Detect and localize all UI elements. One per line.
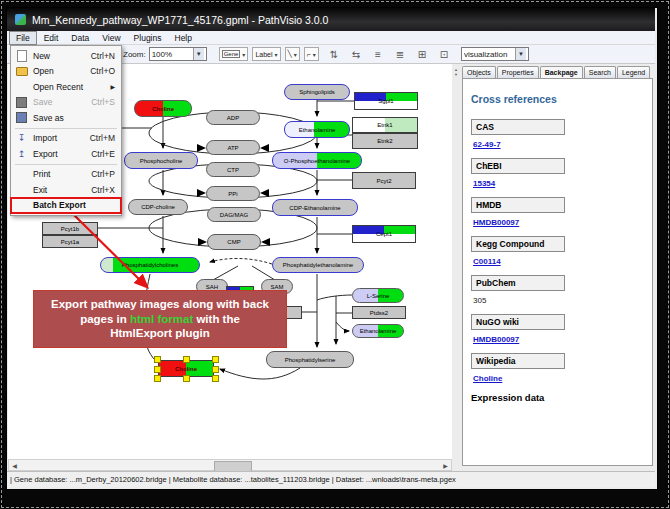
chevron-down-icon[interactable]: ▼ [193,48,204,60]
status-text: | Gene database: ...m_Derby_20120602.bri… [10,475,456,484]
file-menu-exit[interactable]: Exit Ctrl+X [11,182,121,198]
visualization-combobox[interactable]: visualization ▼ [461,47,529,61]
selection-handle[interactable] [154,375,161,382]
menu-help[interactable]: Help [169,32,198,44]
gene-cept1[interactable]: Cept1 [352,225,416,243]
panel-splitter[interactable]: ▲ ▼ [452,64,460,471]
label-tool-button[interactable]: Label ▾ [252,47,280,61]
xref-link[interactable]: C00114 [473,257,652,266]
file-menu-save-as[interactable]: Save as [11,110,121,126]
horizontal-scrollbar[interactable]: ◀ ▶ [8,459,452,471]
selection-handle[interactable] [212,375,219,382]
node-ctp[interactable]: CTP [206,162,260,177]
tab-backpage[interactable]: Backpage [540,66,583,78]
file-menu-print[interactable]: Print Ctrl+P [11,167,121,183]
node-cdp-choline[interactable]: CDP-choline [128,199,188,215]
xref-section-pubchem: PubChem 305 [471,275,652,305]
selection-handle[interactable] [154,356,161,363]
xref-link[interactable]: 15354 [473,179,652,188]
file-menu-batch-export[interactable]: Batch Export [11,198,121,214]
selection-handle[interactable] [154,366,161,373]
stack-vertical-icon[interactable]: ≡ [371,48,385,61]
file-menu-import[interactable]: ↧ Import Ctrl+M [11,131,121,147]
menu-edit[interactable]: Edit [38,32,65,44]
visualization-value: visualization [464,50,508,59]
scroll-left-icon[interactable]: ◀ [9,460,20,470]
xref-link[interactable]: HMDB00097 [473,218,652,227]
node-sphingolipids[interactable]: Sphingolipids [284,84,350,100]
menu-separator [15,164,117,165]
common-height-icon[interactable]: ⊡ [437,48,451,61]
xref-link[interactable]: Choline [473,374,652,383]
import-icon: ↧ [15,133,28,143]
menu-plugins[interactable]: Plugins [128,32,168,44]
side-panel: Objects Properties Backpage Search Legen… [460,64,655,471]
connector-tool-button[interactable]: ⌐ ▾ [304,47,319,61]
node-dag-mag[interactable]: DAG/MAG [207,207,261,222]
gene-pcyt1b[interactable]: Pcyt1b [42,222,98,235]
title-bar: Mm_Kennedy_pathway_WP1771_45176.gpml - P… [7,8,655,31]
save-as-icon [15,113,28,123]
open-folder-icon [15,66,28,76]
gene-pcyt2[interactable]: Pcyt2 [352,172,416,189]
xref-link[interactable]: HMDB00097 [473,335,652,344]
stack-horizontal-icon[interactable]: ≣ [393,48,407,61]
gene-etnk1[interactable]: Etnk1 [352,117,418,133]
gene-sgpl1[interactable]: Sgpl1 [354,92,418,110]
node-o-phosphoethanolamine[interactable]: O-Phosphoethanolamine [272,152,362,169]
node-cmp[interactable]: CMP [207,234,261,250]
tab-legend[interactable]: Legend [617,66,650,78]
highlighted-text: html format [130,313,193,325]
submenu-arrow-icon: ▶ [110,83,115,90]
node-phosphocholine[interactable]: Phosphocholine [124,152,198,169]
node-choline[interactable]: Choline [134,100,192,117]
selection-handle[interactable] [183,375,190,382]
chevron-down-icon: ▾ [294,51,297,58]
xref-section-kegg: Kegg Compound C00114 [471,236,652,266]
menu-data[interactable]: Data [65,32,95,44]
selection-handle[interactable] [212,356,219,363]
selection-handle[interactable] [183,356,190,363]
save-icon [15,97,28,107]
gene-ptdss2[interactable]: Ptdss2 [352,306,406,319]
xref-link[interactable]: 62-49-7 [473,140,652,149]
splitter-expand-icon[interactable]: ▼ [454,72,458,77]
tab-search[interactable]: Search [584,66,616,78]
node-ppi[interactable]: PPi [206,186,260,201]
common-width-icon[interactable]: ⊞ [415,48,429,61]
tab-properties[interactable]: Properties [497,66,539,78]
file-menu-export[interactable]: ↥ Export Ctrl+E [11,146,121,162]
selection-handle[interactable] [212,366,219,373]
node-ethanolamine-bottom[interactable]: Ethanolamine [352,324,404,338]
file-menu: New Ctrl+N Open Ctrl+O Open Recent ▶ Sav… [10,45,122,216]
menu-file[interactable]: File [9,31,37,45]
zoom-combobox[interactable]: 100% ▼ [149,47,207,61]
node-l-serine[interactable]: L-Serine [352,288,404,303]
line-tool-button[interactable]: ╲ ▾ [285,47,300,61]
node-atp[interactable]: ATP [206,140,260,155]
node-phosphatidylcholines[interactable]: Phosphatidylcholines [100,257,200,273]
node-cdp-ethanolamine[interactable]: CDP-Ethanolamine [272,199,358,216]
screenshot-root: { "window": { "title": "Mm_Kennedy_pathw… [0,0,670,509]
file-menu-save[interactable]: Save Ctrl+S [11,95,121,111]
tab-objects[interactable]: Objects [462,66,496,78]
file-menu-open[interactable]: Open Ctrl+O [11,64,121,80]
gene-tool-button[interactable]: Gene ▾ [219,47,249,61]
xref-section-chebi: ChEBI 15354 [471,158,652,188]
scroll-right-icon[interactable]: ▶ [440,460,451,470]
xref-section-nugo: NuGO wiki HMDB00097 [471,314,652,344]
node-phosphatidylserine[interactable]: Phosphatidylserine [266,351,354,368]
node-phosphatidylethanolamine[interactable]: Phosphatidylethanolamine [272,257,364,273]
line-icon: ╲ [288,50,292,58]
node-adp[interactable]: ADP [206,110,260,125]
xref-section-hmdb: HMDB HMDB00097 [471,197,652,227]
distribute-horizontal-icon[interactable]: ⇆ [349,48,363,61]
gene-etnk2[interactable]: Etnk2 [352,133,418,149]
align-center-icon[interactable]: ⇅ [327,48,341,61]
file-menu-open-recent[interactable]: Open Recent ▶ [11,79,121,95]
node-ethanolamine[interactable]: Ethanolamine [284,121,350,138]
file-menu-new[interactable]: New Ctrl+N [11,48,121,64]
menu-view[interactable]: View [96,32,126,44]
gene-pcyt1a[interactable]: Pcyt1a [42,235,98,248]
chevron-down-icon[interactable]: ▼ [515,48,526,60]
